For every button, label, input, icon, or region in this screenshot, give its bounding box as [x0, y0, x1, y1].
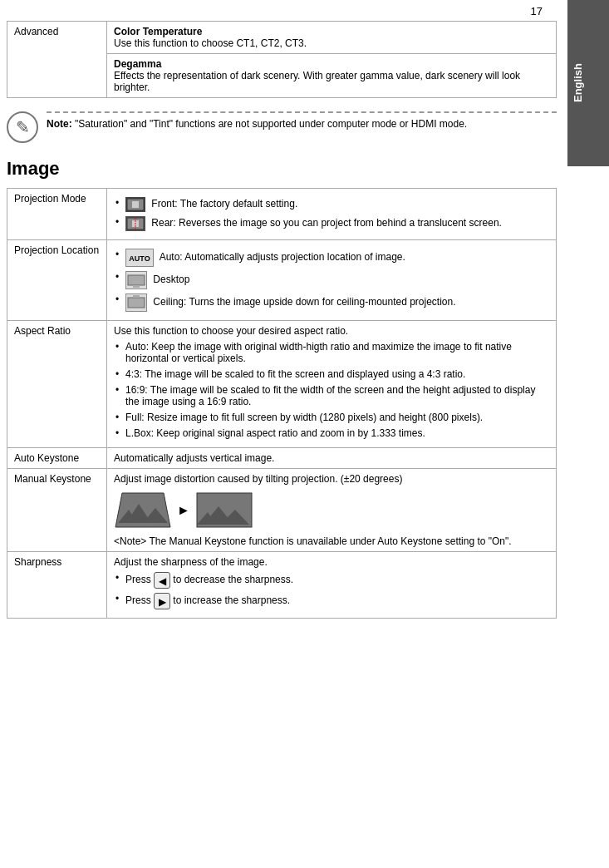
aspect-ratio-intro: Use this function to choose your desired…	[114, 325, 549, 337]
svg-rect-5	[128, 275, 145, 285]
sharpness-increase-item: Press ▶ to increase the sharpness.	[114, 593, 549, 609]
advanced-color-temp-row: Advanced Color Temperature Use this func…	[7, 22, 557, 54]
advanced-label: Advanced	[7, 22, 107, 98]
svg-rect-7	[128, 298, 145, 308]
auto-location-icon: AUTO	[125, 249, 154, 267]
rear-projection-icon	[125, 216, 145, 231]
page-number: 17	[0, 0, 609, 21]
note-icon: ✎	[7, 111, 38, 143]
note-box: ✎ Note: "Saturation" and "Tint" function…	[7, 108, 557, 146]
sharpness-decrease-item: Press ◀ to decrease the sharpness.	[114, 572, 549, 589]
aspect-auto-item: Auto: Keep the image with original width…	[114, 341, 549, 364]
color-temp-title: Color Temperature	[114, 26, 549, 37]
note-wrapper: Note: "Saturation" and "Tint" functions …	[47, 111, 557, 130]
color-temp-body: Use this function to choose CT1, CT2, CT…	[114, 37, 307, 49]
front-icon-svg	[125, 197, 145, 212]
degamma-body: Effects the representation of dark scene…	[114, 70, 520, 93]
ceiling-icon-svg	[126, 294, 146, 311]
aspect-lbox-item: L.Box: Keep original signal aspect ratio…	[114, 427, 549, 439]
aspect-full-item: Full: Resize image to fit full screen by…	[114, 412, 549, 423]
svg-rect-6	[133, 285, 140, 288]
image-table: Projection Mode Front: The factory defau…	[7, 188, 557, 619]
manual-keystone-cell: Adjust image distortion caused by tiltin…	[107, 469, 557, 552]
projection-mode-cell: Front: The factory default setting. Rear…	[107, 189, 557, 240]
projection-mode-list: Front: The factory default setting. Rear…	[114, 197, 549, 231]
projection-location-list: AUTO Auto: Automatically adjusts project…	[114, 249, 549, 312]
note-dashes	[47, 111, 557, 113]
sharpness-label: Sharpness	[7, 552, 107, 619]
manual-keystone-row: Manual Keystone Adjust image distortion …	[7, 469, 557, 552]
desktop-location-item: Desktop	[114, 271, 549, 289]
keystone-arrow: ►	[177, 503, 190, 518]
manual-keystone-label: Manual Keystone	[7, 469, 107, 552]
front-projection-icon	[125, 197, 145, 212]
auto-keystone-label: Auto Keystone	[7, 448, 107, 469]
ceiling-location-item: Ceiling: Turns the image upside down for…	[114, 293, 549, 312]
aspect-43-item: 4:3: The image will be scaled to fit the…	[114, 368, 549, 380]
decrease-sharpness-button[interactable]: ◀	[154, 572, 170, 589]
aspect-ratio-list: Auto: Keep the image with original width…	[114, 341, 549, 439]
increase-sharpness-button[interactable]: ▶	[154, 593, 170, 609]
aspect-ratio-cell: Use this function to choose your desired…	[107, 321, 557, 448]
projection-mode-row: Projection Mode Front: The factory defau…	[7, 189, 557, 240]
aspect-169-item: 16:9: The image will be scaled to fit th…	[114, 384, 549, 407]
degamma-title: Degamma	[114, 58, 549, 70]
note-text: Note: "Saturation" and "Tint" functions …	[47, 118, 557, 130]
english-tab: English	[567, 0, 609, 166]
sharpness-row: Sharpness Adjust the sharpness of the im…	[7, 552, 557, 619]
keystone-image-1	[114, 491, 172, 529]
projection-mode-label: Projection Mode	[7, 189, 107, 240]
auto-keystone-cell: Automatically adjusts vertical image.	[107, 448, 557, 469]
svg-rect-8	[133, 295, 140, 298]
color-temp-cell: Color Temperature Use this function to c…	[107, 22, 557, 54]
desktop-location-icon	[125, 271, 147, 289]
projection-location-cell: AUTO Auto: Automatically adjusts project…	[107, 240, 557, 321]
projection-location-row: Projection Location AUTO Auto: Automatic…	[7, 240, 557, 321]
projection-rear-item: Rear: Reverses the image so you can proj…	[114, 216, 549, 231]
projection-location-label: Projection Location	[7, 240, 107, 321]
keystone-image-2	[195, 491, 253, 529]
rear-icon-svg	[125, 216, 145, 231]
image-heading: Image	[7, 158, 557, 180]
advanced-table: Advanced Color Temperature Use this func…	[7, 21, 557, 98]
aspect-ratio-row: Aspect Ratio Use this function to choose…	[7, 321, 557, 448]
desktop-icon-svg	[126, 272, 146, 289]
keystone-images: ►	[114, 491, 549, 529]
auto-location-item: AUTO Auto: Automatically adjusts project…	[114, 249, 549, 267]
degamma-cell: Degamma Effects the representation of da…	[107, 54, 557, 98]
ceiling-location-icon	[125, 293, 147, 312]
aspect-ratio-label: Aspect Ratio	[7, 321, 107, 448]
manual-keystone-note: <Note> The Manual Keystone function is u…	[114, 535, 549, 547]
auto-keystone-row: Auto Keystone Automatically adjusts vert…	[7, 448, 557, 469]
sharpness-list: Press ◀ to decrease the sharpness. Press…	[114, 572, 549, 609]
sharpness-intro: Adjust the sharpness of the image.	[114, 556, 549, 568]
manual-keystone-body: Adjust image distortion caused by tiltin…	[114, 473, 549, 485]
sharpness-cell: Adjust the sharpness of the image. Press…	[107, 552, 557, 619]
projection-front-item: Front: The factory default setting.	[114, 197, 549, 212]
svg-rect-1	[132, 201, 139, 208]
